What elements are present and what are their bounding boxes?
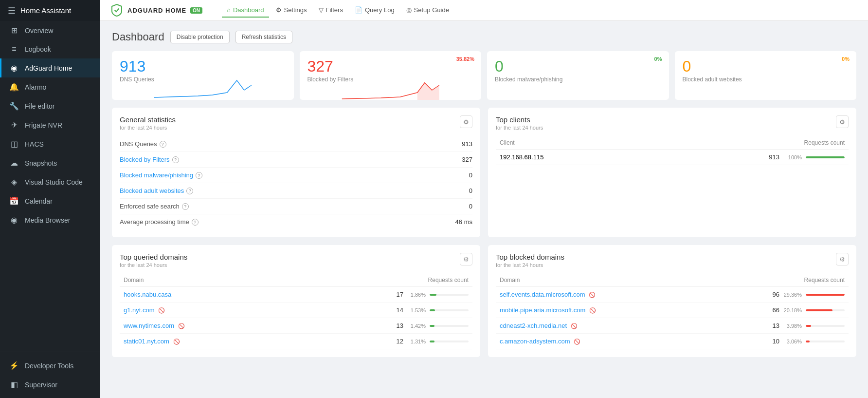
refresh-statistics-button[interactable]: Refresh statistics xyxy=(235,31,292,43)
sidebar-item-media[interactable]: ◉ Media Browser xyxy=(0,210,100,229)
sidebar-item-dev-tools[interactable]: ⚡ Developer Tools xyxy=(0,356,100,375)
domain-link[interactable]: c.amazon-adsystem.com xyxy=(500,338,570,345)
req-pct: 1.42% xyxy=(407,323,426,329)
dns-queries-row-label: DNS Queries ? xyxy=(120,140,166,148)
sidebar-item-supervisor[interactable]: ◧ Supervisor xyxy=(0,375,100,394)
media-icon: ◉ xyxy=(9,215,19,225)
topnav: ADGUARD HOME ON ⌂ Dashboard ⚙ Settings ▽… xyxy=(100,0,868,21)
blocked-sparkline xyxy=(300,76,482,100)
progress-bar xyxy=(430,309,435,311)
stat-card-dns: 913 DNS Queries xyxy=(112,51,294,100)
sidebar-item-frigate[interactable]: ✈ Frigate NVR xyxy=(0,115,100,134)
domain-link[interactable]: static01.nyt.com xyxy=(124,338,169,345)
help-icon[interactable]: ? xyxy=(160,141,166,148)
blocked-filters-row-label[interactable]: Blocked by Filters ? xyxy=(120,156,179,163)
alarm-icon: 🔔 xyxy=(9,82,19,92)
req-count-cell: 17 1.86% xyxy=(279,291,469,298)
progress-bar-wrap xyxy=(430,325,469,327)
adult-row-value: 0 xyxy=(469,187,472,194)
req-cell: 14 1.53% xyxy=(275,303,472,318)
sidebar-item-vscode[interactable]: ◈ Visual Studio Code xyxy=(0,172,100,191)
sidebar-bottom: ⚡ Developer Tools ◧ Supervisor xyxy=(0,352,100,398)
top-clients-title: Top clients xyxy=(496,115,543,124)
top-queried-gear-button[interactable]: ⚙ xyxy=(460,253,472,265)
stats-row-blocked-filters: Blocked by Filters ? 327 xyxy=(120,152,472,168)
req-count-cell: 12 1.31% xyxy=(279,338,469,345)
dns-sparkline xyxy=(112,76,294,100)
table-row: c.amazon-adsystem.com 🚫 10 3.06% xyxy=(496,334,849,349)
topnav-setup-guide[interactable]: ◎ Setup Guide xyxy=(401,3,454,18)
menu-icon[interactable]: ☰ xyxy=(8,5,16,16)
domain-link[interactable]: www.nytimes.com xyxy=(124,322,174,329)
domain-link[interactable]: mobile.pipe.aria.microsoft.com xyxy=(500,306,585,314)
top-clients-gear-button[interactable]: ⚙ xyxy=(836,115,849,128)
req-num: 96 xyxy=(765,291,779,298)
help-icon[interactable]: ? xyxy=(196,172,202,179)
adguard-logo-icon xyxy=(110,3,124,17)
sidebar-item-logbook[interactable]: ≡ Logbook xyxy=(0,40,100,58)
progress-bar xyxy=(430,341,434,342)
domain-filter-icon: 🚫 xyxy=(158,307,165,313)
req-num: 66 xyxy=(765,306,779,314)
help-icon[interactable]: ? xyxy=(192,219,199,226)
help-icon[interactable]: ? xyxy=(182,203,189,210)
disable-protection-button[interactable]: Disable protection xyxy=(170,31,230,43)
domain-cell: www.nytimes.com 🚫 xyxy=(120,318,275,334)
malware-row-value: 0 xyxy=(469,171,472,179)
domain-cell: c.amazon-adsystem.com 🚫 xyxy=(496,334,687,349)
sidebar-item-hacs[interactable]: ◫ HACS xyxy=(0,134,100,153)
req-count-cell: 66 20.18% xyxy=(691,306,845,314)
adult-value: 0 xyxy=(683,58,849,75)
sidebar: ☰ Home Assistant ⊞ Overview ≡ Logbook ◉ … xyxy=(0,0,100,398)
topnav-settings[interactable]: ⚙ Settings xyxy=(271,3,312,18)
req-cell: 96 29.36% xyxy=(687,287,849,303)
adult-row-label[interactable]: Blocked adult websites ? xyxy=(120,187,193,194)
req-count-cell: 96 29.36% xyxy=(691,291,845,298)
sidebar-item-snapshots[interactable]: ☁ Snapshots xyxy=(0,153,100,172)
sidebar-item-calendar[interactable]: 📅 Calendar xyxy=(0,191,100,210)
top-blocked-gear-button[interactable]: ⚙ xyxy=(836,253,849,265)
stats-row-adult: Blocked adult websites ? 0 xyxy=(120,183,472,199)
avg-time-row-label: Average processing time ? xyxy=(120,218,199,226)
help-icon[interactable]: ? xyxy=(186,188,193,194)
topnav-query-log[interactable]: 📄 Query Log xyxy=(350,3,399,18)
table-row: cdneast2-xch.media.net 🚫 13 3.98% xyxy=(496,318,849,334)
blocked-filters-row-value: 327 xyxy=(462,156,472,163)
general-stats-titles: General statistics for the last 24 hours xyxy=(120,115,176,131)
domain-cell: hooks.nabu.casa xyxy=(120,287,275,303)
wrench-icon: 🔧 xyxy=(9,101,19,111)
domain-filter-icon: 🚫 xyxy=(574,339,580,344)
req-pct: 3.98% xyxy=(783,323,802,329)
general-stats-gear-button[interactable]: ⚙ xyxy=(460,115,472,128)
help-icon[interactable]: ? xyxy=(172,156,179,163)
safe-search-row-value: 0 xyxy=(469,203,472,210)
client-requests: 913 100% xyxy=(627,150,849,165)
domain-link[interactable]: cdneast2-xch.media.net xyxy=(500,322,567,329)
domain-link[interactable]: g1.nyt.com xyxy=(124,306,155,314)
progress-bar xyxy=(806,341,810,342)
domain-link[interactable]: hooks.nabu.casa xyxy=(124,291,171,298)
top-clients-subtitle: for the last 24 hours xyxy=(496,125,543,131)
top-queried-panel: Top queried domains for the last 24 hour… xyxy=(112,245,480,357)
sidebar-item-alarmo[interactable]: 🔔 Alarmo xyxy=(0,77,100,96)
sidebar-item-overview[interactable]: ⊞ Overview xyxy=(0,21,100,40)
req-num: 10 xyxy=(765,338,779,345)
table-row: static01.nyt.com 🚫 12 1.31% xyxy=(120,334,472,349)
dash-header: Dashboard Disable protection Refresh sta… xyxy=(112,31,856,43)
sidebar-item-file-editor[interactable]: 🔧 File editor xyxy=(0,96,100,115)
req-pct: 29.36% xyxy=(783,292,802,298)
top-blocked-panel: Top blocked domains for the last 24 hour… xyxy=(488,245,856,357)
sidebar-item-label: Snapshots xyxy=(25,159,57,167)
progress-bar xyxy=(430,325,434,327)
topnav-dashboard[interactable]: ⌂ Dashboard xyxy=(222,3,269,18)
sidebar-item-adguard[interactable]: ◉ AdGuard Home xyxy=(0,58,100,77)
general-stats-title: General statistics xyxy=(120,115,176,124)
adult-label: Blocked adult websites xyxy=(683,76,849,83)
malware-row-label[interactable]: Blocked malware/phishing ? xyxy=(120,171,202,179)
domain-link[interactable]: self.events.data.microsoft.com xyxy=(500,291,585,298)
app-title: Home Assistant xyxy=(20,6,71,15)
brand: ADGUARD HOME ON xyxy=(110,3,202,17)
req-pct: 100% xyxy=(783,154,802,160)
topnav-filters[interactable]: ▽ Filters xyxy=(314,3,348,18)
dns-queries-row-value: 913 xyxy=(462,140,472,148)
